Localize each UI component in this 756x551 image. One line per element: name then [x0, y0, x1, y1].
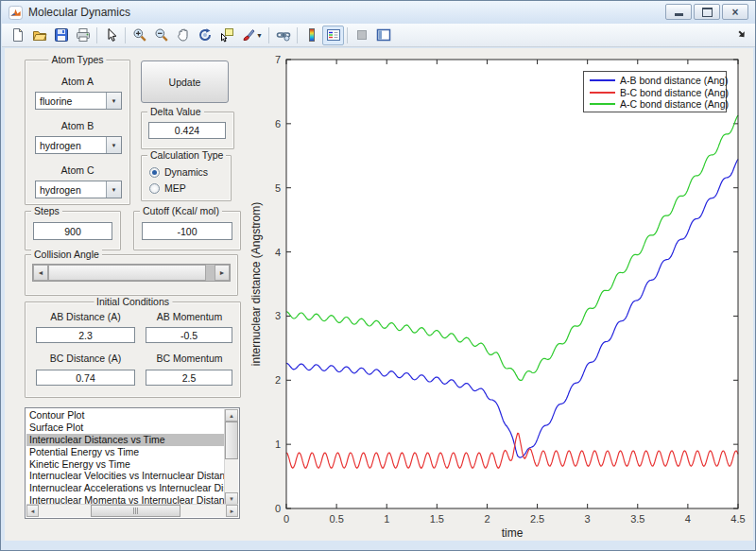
pan-tool-button[interactable]	[172, 26, 194, 45]
list-item[interactable]: Internuclear Velocities vs Internuclear …	[26, 470, 225, 482]
slider-trough[interactable]	[206, 265, 215, 281]
chevron-down-icon[interactable]: ▼	[106, 181, 121, 198]
cutoff-field[interactable]: -100	[142, 222, 232, 240]
atom-b-dropdown[interactable]: hydrogen ▼	[35, 136, 122, 154]
toolbar-separator	[125, 27, 126, 43]
calculation-type-options: DynamicsMEP	[142, 164, 231, 196]
chevron-down-icon[interactable]: ▼	[106, 137, 121, 153]
panel-title: Delta Value	[147, 106, 204, 117]
legend-line-sample	[590, 92, 615, 94]
list-item[interactable]: Contour Plot	[26, 409, 225, 422]
scroll-right-icon[interactable]: ►	[226, 505, 238, 517]
brush-icon	[241, 27, 256, 43]
initial-conditions-panel: Initial Conditions AB Distance (A) AB Mo…	[25, 301, 241, 398]
figure-toolbar: ▼	[2, 24, 755, 47]
close-button[interactable]: ×	[722, 4, 748, 20]
cursor-arrow-icon	[104, 27, 119, 43]
listbox-vertical-scrollbar[interactable]: ▲ ▼	[224, 409, 238, 505]
show-plot-tools-icon	[376, 27, 391, 43]
x-tick-label: 2.5	[530, 513, 544, 525]
vscroll-thumb[interactable]	[225, 422, 238, 459]
app-window: Molecular Dynamics ×	[0, 0, 756, 551]
brush-dropdown-arrow[interactable]: ▼	[256, 32, 266, 39]
plot-svg: 00.511.522.533.544.501234567timeinternuc…	[247, 48, 756, 541]
list-item[interactable]: Potential Energy vs Time	[26, 446, 225, 458]
x-tick-label: 1.5	[430, 513, 444, 525]
data-cursor-icon	[219, 27, 234, 43]
insert-legend-button[interactable]	[322, 26, 344, 45]
y-tick-label: 7	[275, 54, 281, 65]
steps-field[interactable]: 900	[33, 222, 112, 240]
print-figure-button[interactable]	[72, 26, 94, 45]
ab-distance-field[interactable]: 2.3	[36, 327, 135, 343]
zoom-out-icon	[154, 27, 169, 43]
radio-selected-icon[interactable]	[149, 167, 160, 178]
new-figure-button[interactable]	[7, 26, 28, 45]
list-item[interactable]: Internuclear Accelerations vs Internucle…	[26, 482, 225, 494]
radio-label: MEP	[164, 182, 186, 194]
toolbar-overflow-arrow[interactable]	[738, 30, 746, 38]
atom-b-label: Atom B	[26, 120, 129, 131]
plot-legend: A-B bond distance (Ang)B-C bond distance…	[583, 71, 727, 112]
bc-distance-label: BC Distance (A)	[31, 353, 140, 364]
delta-value-field[interactable]: 0.424	[148, 122, 226, 139]
slider-thumb[interactable]	[48, 265, 206, 281]
maximize-button[interactable]	[694, 4, 720, 20]
atom-c-dropdown[interactable]: hydrogen ▼	[35, 181, 122, 198]
ab-momentum-label: AB Momentum	[145, 311, 234, 322]
listbox-horizontal-scrollbar[interactable]: ◄ ►	[26, 504, 238, 517]
y-tick-label: 6	[275, 118, 281, 129]
pointer-tool-button[interactable]	[100, 26, 122, 45]
hide-plot-tools-button[interactable]	[351, 26, 372, 45]
listbox-items: Contour PlotSurface PlotInternuclear Dis…	[26, 409, 225, 505]
list-item[interactable]: Surface Plot	[26, 422, 225, 434]
title-bar[interactable]: Molecular Dynamics ×	[2, 1, 755, 24]
bc-distance-field[interactable]: 0.74	[36, 370, 135, 386]
radio-unselected-icon[interactable]	[149, 183, 160, 194]
save-figure-button[interactable]	[50, 26, 72, 45]
atom-a-dropdown[interactable]: fluorine ▼	[35, 92, 122, 110]
bc-momentum-field[interactable]: 2.5	[146, 370, 232, 386]
radio-option-mep[interactable]: MEP	[149, 181, 231, 196]
rotate-3d-icon	[198, 27, 213, 43]
panel-title: Steps	[31, 205, 62, 216]
list-item[interactable]: Kinetic Energy vs Time	[26, 458, 225, 471]
matlab-logo-icon	[9, 6, 23, 20]
scroll-left-icon[interactable]: ◄	[26, 505, 39, 517]
ab-momentum-field[interactable]: -0.5	[146, 327, 232, 343]
zoom-in-button[interactable]	[129, 26, 150, 45]
x-tick-label: 2	[484, 513, 490, 525]
insert-colorbar-button[interactable]	[301, 26, 322, 45]
zoom-out-button[interactable]	[150, 26, 172, 45]
toolbar-separator	[297, 27, 298, 43]
radio-option-dynamics[interactable]: Dynamics	[149, 164, 231, 180]
list-item[interactable]: Internuclear Distances vs Time	[26, 434, 225, 446]
hscroll-thumb[interactable]	[91, 505, 180, 517]
legend-label: A-C bond distance (Ang)	[620, 98, 729, 110]
link-plot-button[interactable]	[272, 26, 294, 45]
show-plot-tools-button[interactable]	[372, 26, 394, 45]
plot-type-listbox[interactable]: Contour PlotSurface PlotInternuclear Dis…	[25, 407, 240, 519]
scroll-up-icon[interactable]: ▲	[225, 409, 238, 422]
open-file-button[interactable]	[28, 26, 50, 45]
update-button[interactable]: Update	[141, 60, 229, 103]
slider-left-arrow-icon[interactable]: ◄	[33, 265, 48, 281]
toolbar-separator	[347, 27, 348, 43]
legend-label: A-B bond distance (Ang)	[620, 75, 728, 86]
rotate-3d-button[interactable]	[194, 26, 215, 45]
pan-hand-icon	[176, 27, 191, 43]
atom-c-label: Atom C	[26, 164, 129, 176]
atom-a-label: Atom A	[26, 76, 129, 87]
delta-value-panel: Delta Value 0.424	[141, 112, 234, 149]
maximize-icon	[702, 8, 713, 17]
data-cursor-button[interactable]	[215, 26, 237, 45]
link-chain-icon	[276, 27, 291, 43]
collision-angle-slider[interactable]: ◄ ►	[32, 264, 231, 282]
minimize-button[interactable]	[665, 4, 692, 20]
slider-right-arrow-icon[interactable]: ►	[215, 265, 230, 281]
panel-title: Initial Conditions	[94, 296, 172, 307]
chevron-down-icon[interactable]: ▼	[106, 93, 121, 109]
axes-background	[286, 60, 738, 508]
open-folder-icon	[32, 27, 47, 43]
y-tick-label: 0	[275, 503, 281, 514]
